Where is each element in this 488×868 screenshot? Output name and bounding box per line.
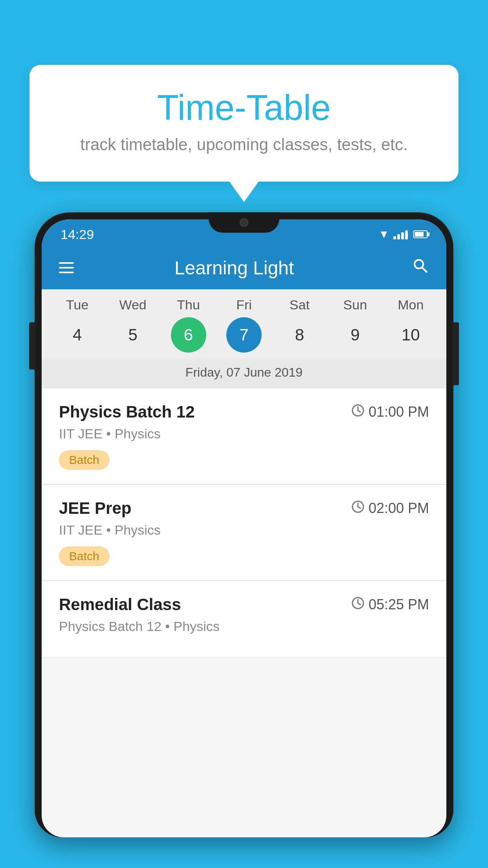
phone-container: 14:29 ▼	[35, 212, 453, 868]
phone-notch	[209, 212, 279, 233]
battery-icon	[413, 230, 427, 238]
app-title: Learning Light	[74, 257, 394, 279]
item-2-title: JEE Prep	[59, 499, 131, 518]
selected-date-label: Friday, 07 June 2019	[42, 360, 446, 388]
item-3-header: Remedial Class 05:25 PM	[59, 595, 429, 614]
day-9[interactable]: 9	[338, 317, 373, 353]
search-button[interactable]	[412, 257, 429, 278]
item-3-subtitle: Physics Batch 12 • Physics	[59, 619, 429, 634]
item-2-time-container: 02:00 PM	[351, 500, 429, 517]
schedule-item-3[interactable]: Remedial Class 05:25 PM	[42, 581, 446, 657]
day-6-today[interactable]: 6	[171, 317, 206, 353]
status-icons: ▼	[378, 228, 427, 241]
day-header-wed: Wed	[113, 297, 152, 313]
status-time: 14:29	[61, 227, 94, 242]
signal-icon	[393, 229, 408, 239]
day-5[interactable]: 5	[115, 317, 150, 353]
item-1-title: Physics Batch 12	[59, 403, 195, 421]
day-header-mon: Mon	[391, 297, 430, 313]
app-bar: Learning Light	[42, 246, 446, 289]
clock-icon-3	[351, 596, 365, 613]
calendar-strip: Tue Wed Thu Fri Sat Sun Mon 4 5 6 7 8 9 …	[42, 289, 446, 388]
svg-line-10	[358, 603, 360, 605]
day-header-tue: Tue	[58, 297, 97, 313]
day-numbers: 4 5 6 7 8 9 10	[42, 317, 446, 353]
item-2-badge: Batch	[59, 546, 110, 566]
phone-outer: 14:29 ▼	[35, 212, 453, 837]
day-4[interactable]: 4	[60, 317, 95, 353]
item-2-header: JEE Prep 02:00 PM	[59, 499, 429, 518]
bubble-subtitle: track timetable, upcoming classes, tests…	[61, 135, 427, 154]
day-7-selected[interactable]: 7	[226, 317, 262, 353]
svg-line-1	[422, 267, 427, 272]
day-header-fri: Fri	[224, 297, 264, 313]
item-3-time-container: 05:25 PM	[351, 596, 429, 613]
clock-icon-2	[351, 500, 365, 517]
phone-screen: 14:29 ▼	[42, 219, 446, 837]
item-1-badge: Batch	[59, 450, 110, 470]
item-3-title: Remedial Class	[59, 595, 181, 614]
item-1-subtitle: IIT JEE • Physics	[59, 426, 429, 441]
day-10[interactable]: 10	[393, 317, 428, 353]
schedule-list: Physics Batch 12 01:00 PM	[42, 388, 446, 657]
day-headers: Tue Wed Thu Fri Sat Sun Mon	[42, 297, 446, 313]
item-3-time: 05:25 PM	[369, 596, 429, 613]
schedule-item-1[interactable]: Physics Batch 12 01:00 PM	[42, 388, 446, 484]
day-header-sun: Sun	[336, 297, 375, 313]
speech-bubble-section: Time-Table track timetable, upcoming cla…	[29, 65, 459, 182]
schedule-item-2[interactable]: JEE Prep 02:00 PM	[42, 485, 446, 581]
svg-line-7	[358, 507, 360, 508]
speech-bubble-card: Time-Table track timetable, upcoming cla…	[29, 65, 459, 182]
day-header-sat: Sat	[280, 297, 319, 313]
day-8[interactable]: 8	[282, 317, 317, 353]
item-2-subtitle: IIT JEE • Physics	[59, 522, 429, 538]
clock-icon-1	[351, 404, 365, 420]
svg-line-4	[358, 410, 360, 412]
bubble-title: Time-Table	[61, 88, 427, 127]
day-header-thu: Thu	[169, 297, 208, 313]
wifi-icon: ▼	[378, 228, 389, 241]
item-2-time: 02:00 PM	[369, 500, 429, 517]
item-1-header: Physics Batch 12 01:00 PM	[59, 403, 429, 421]
front-camera	[240, 218, 248, 227]
menu-button[interactable]	[59, 262, 74, 273]
item-1-time: 01:00 PM	[369, 404, 429, 420]
item-1-time-container: 01:00 PM	[351, 404, 429, 420]
